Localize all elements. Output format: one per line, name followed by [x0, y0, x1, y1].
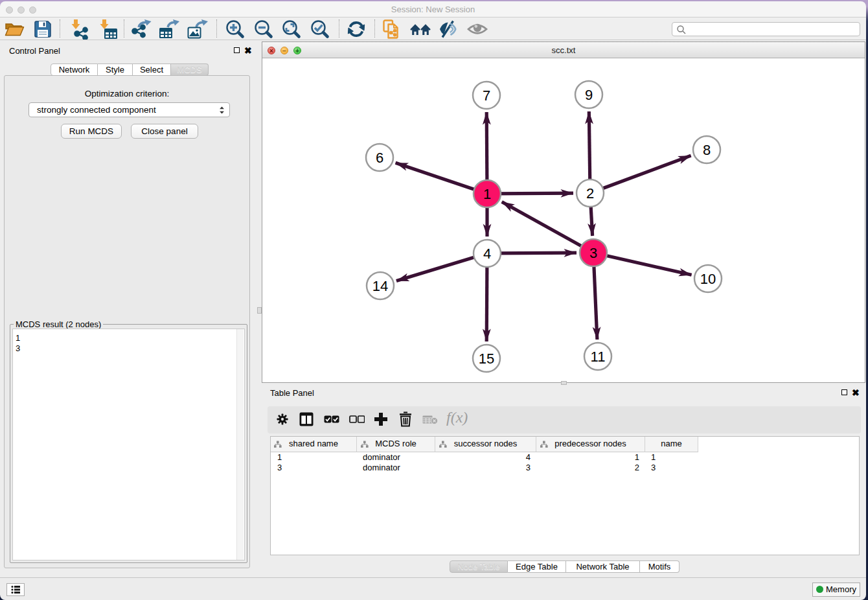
- svg-text:10: 10: [700, 271, 716, 287]
- svg-text:2: 2: [586, 185, 594, 202]
- svg-text:3: 3: [589, 245, 597, 261]
- svg-text:15: 15: [479, 351, 494, 367]
- svg-text:1: 1: [483, 186, 491, 202]
- svg-text:7: 7: [483, 87, 490, 104]
- svg-text:11: 11: [591, 349, 606, 365]
- svg-text:9: 9: [585, 87, 593, 103]
- svg-text:8: 8: [703, 142, 711, 158]
- svg-text:6: 6: [376, 150, 383, 166]
- svg-text:14: 14: [372, 278, 388, 294]
- svg-text:4: 4: [483, 246, 491, 262]
